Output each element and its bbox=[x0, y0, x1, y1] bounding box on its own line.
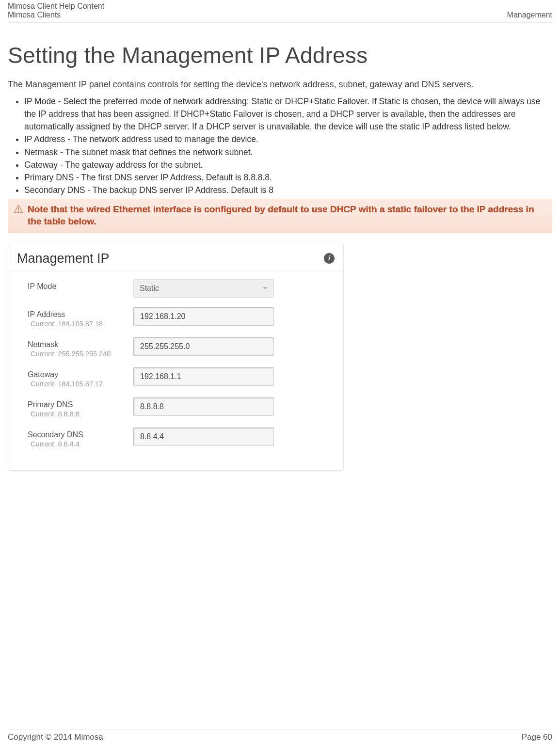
panel-body: IP Mode Static IP Address Current: 184.1… bbox=[8, 271, 343, 460]
header-divider bbox=[8, 22, 552, 23]
row-netmask: Netmask Current: 255.255.255.240 bbox=[28, 337, 333, 358]
footer-divider bbox=[8, 729, 552, 730]
netmask-input[interactable] bbox=[133, 337, 274, 356]
panel-header: Management IP i bbox=[8, 244, 343, 271]
row-ip-mode: IP Mode Static bbox=[28, 279, 333, 298]
row-gateway: Gateway Current: 184.105.87.17 bbox=[28, 367, 333, 388]
copyright-text: Copyright © 2014 Mimosa bbox=[8, 732, 103, 742]
page-title: Setting the Management IP Address bbox=[8, 42, 552, 68]
row-secondary-dns: Secondary DNS Current: 8.8.4.4 bbox=[28, 428, 333, 448]
header-left: Mimosa Clients bbox=[8, 11, 61, 19]
intro-paragraph: The Management IP panel contains control… bbox=[8, 77, 552, 92]
gateway-input[interactable] bbox=[133, 367, 274, 386]
list-item: IP Mode - Select the preferred mode of n… bbox=[24, 95, 552, 133]
ip-mode-value: Static bbox=[140, 284, 159, 293]
svg-point-1 bbox=[18, 210, 19, 211]
row-ip-address: IP Address Current: 184.105.87.18 bbox=[28, 307, 333, 328]
label-primary-dns: Primary DNS bbox=[28, 400, 133, 409]
current-secondary-dns: Current: 8.8.4.4 bbox=[28, 440, 133, 448]
current-primary-dns: Current: 8.8.8.8 bbox=[28, 410, 133, 418]
info-icon[interactable]: i bbox=[324, 253, 335, 264]
ip-mode-select[interactable]: Static bbox=[133, 279, 274, 298]
chevron-down-icon bbox=[263, 287, 268, 289]
secondary-dns-input[interactable] bbox=[133, 428, 274, 446]
ip-address-input[interactable] bbox=[133, 307, 274, 326]
label-ip-address: IP Address bbox=[28, 310, 133, 319]
label-gateway: Gateway bbox=[28, 370, 133, 379]
header-right: Management bbox=[507, 11, 552, 19]
row-primary-dns: Primary DNS Current: 8.8.8.8 bbox=[28, 397, 333, 418]
primary-dns-input[interactable] bbox=[133, 397, 274, 416]
header-line1: Mimosa Client Help Content bbox=[8, 2, 552, 11]
label-ip-mode: IP Mode bbox=[28, 282, 133, 291]
label-secondary-dns: Secondary DNS bbox=[28, 430, 133, 439]
management-ip-panel: Management IP i IP Mode Static IP Addres… bbox=[8, 244, 344, 471]
list-item: Primary DNS - The first DNS server IP Ad… bbox=[24, 171, 552, 184]
list-item: Gateway - The gateway address for the su… bbox=[24, 159, 552, 171]
current-ip-address: Current: 184.105.87.18 bbox=[28, 320, 133, 328]
panel-title: Management IP bbox=[17, 251, 110, 266]
list-item: Netmask - The subnet mask that defines t… bbox=[24, 146, 552, 159]
current-gateway: Current: 184.105.87.17 bbox=[28, 380, 133, 388]
warning-icon bbox=[14, 205, 23, 213]
page-number: Page 60 bbox=[522, 732, 552, 742]
document-header: Mimosa Client Help Content Mimosa Client… bbox=[8, 0, 552, 19]
list-item: IP Address - The network address used to… bbox=[24, 133, 552, 145]
current-netmask: Current: 255.255.255.240 bbox=[28, 350, 133, 358]
field-descriptions-list: IP Mode - Select the preferred mode of n… bbox=[8, 95, 552, 197]
warning-text: Note that the wired Ethernet interface i… bbox=[28, 203, 546, 228]
warning-callout: Note that the wired Ethernet interface i… bbox=[8, 199, 552, 233]
list-item: Secondary DNS - The backup DNS server IP… bbox=[24, 184, 552, 196]
label-netmask: Netmask bbox=[28, 340, 133, 349]
document-footer: Copyright © 2014 Mimosa Page 60 bbox=[8, 729, 552, 742]
